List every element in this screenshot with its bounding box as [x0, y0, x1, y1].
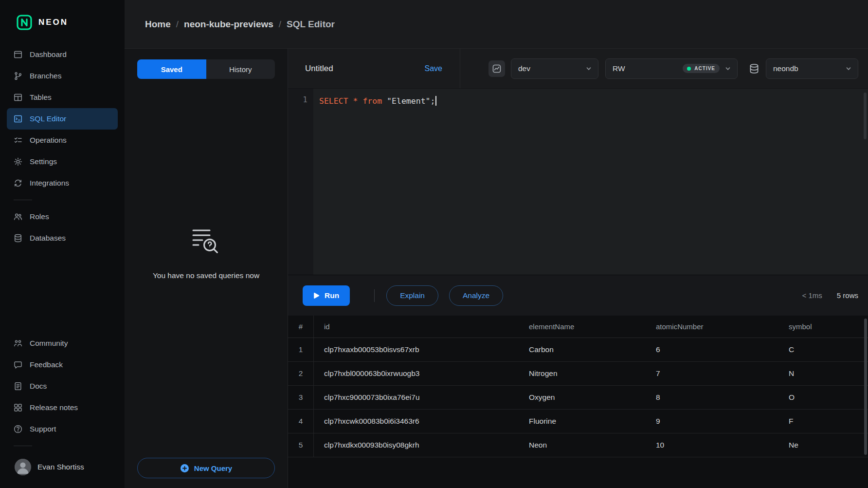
- breadcrumb-project[interactable]: neon-kube-previews: [184, 19, 273, 30]
- support-icon: [13, 424, 23, 434]
- query-title[interactable]: Untitled: [305, 64, 333, 74]
- queries-panel: Saved History You have no saved queries: [125, 49, 288, 488]
- editor-scrollbar[interactable]: [864, 93, 867, 139]
- user-menu[interactable]: Evan Shortiss: [0, 452, 125, 488]
- sidebar-item-tables[interactable]: Tables: [7, 87, 118, 108]
- sidebar-item-label: Tables: [30, 93, 52, 102]
- explain-button[interactable]: Explain: [386, 285, 438, 306]
- new-query-container: New Query: [125, 458, 288, 488]
- tab-saved[interactable]: Saved: [137, 59, 206, 79]
- compute-chart-icon: [488, 60, 505, 77]
- sidebar-item-sql-editor[interactable]: SQL Editor: [7, 108, 118, 130]
- analyze-button[interactable]: Analyze: [449, 285, 503, 306]
- breadcrumb-current-page: SQL Editor: [287, 19, 335, 30]
- compute-status-badge: ACTIVE: [683, 64, 720, 73]
- sidebar-item-label: Dashboard: [30, 50, 67, 59]
- results-table: # id elementName atomicNumber symbol 1 c…: [288, 316, 868, 488]
- tab-history[interactable]: History: [206, 59, 275, 79]
- sql-editor-main: Untitled Save dev: [288, 49, 868, 488]
- role-select[interactable]: RW ACTIVE: [605, 58, 738, 79]
- content: Saved History You have no saved queries: [125, 49, 868, 488]
- toolbar-divider: [374, 289, 375, 302]
- row-count: 5 rows: [837, 291, 858, 300]
- sidebar-item-roles[interactable]: Roles: [7, 206, 118, 227]
- new-query-button[interactable]: New Query: [137, 458, 275, 478]
- sidebar-item-operations[interactable]: Operations: [7, 130, 118, 151]
- avatar: [15, 459, 31, 475]
- chevron-down-icon: [585, 65, 592, 72]
- sidebar-item-settings[interactable]: Settings: [7, 151, 118, 172]
- sql-keyword: from: [362, 96, 382, 106]
- table-row: 2 clp7hxbl000063b0ixrwuogb3 Nitrogen 7 N: [288, 362, 868, 386]
- atomic-number-header: atomicNumber: [646, 316, 778, 338]
- table-row: 1 clp7hxaxb00053b0isvs67xrb Carbon 6 C: [288, 338, 868, 362]
- run-label: Run: [325, 291, 339, 300]
- atomic-number-cell: 7: [646, 362, 778, 385]
- saved-queries-empty-state: You have no saved queries now: [125, 79, 288, 458]
- results-scrollbar[interactable]: [864, 319, 867, 455]
- symbol-header: symbol: [778, 316, 868, 338]
- query-stats: < 1ms 5 rows: [802, 291, 858, 300]
- play-icon: [313, 292, 320, 299]
- sidebar-item-release-notes[interactable]: Release notes: [7, 397, 118, 418]
- table-row: 5 clp7hxdkx00093b0isy08gkrh Neon 10 Ne: [288, 433, 868, 457]
- results-header-row: # id elementName atomicNumber symbol: [288, 316, 868, 338]
- element-name-cell: Neon: [519, 433, 646, 457]
- element-name-cell: Fluorine: [519, 410, 646, 433]
- branches-icon: [13, 71, 23, 81]
- sidebar-item-feedback[interactable]: Feedback: [7, 354, 118, 375]
- row-number-cell: 1: [288, 338, 314, 361]
- save-query-link[interactable]: Save: [425, 64, 442, 73]
- row-number-cell: 5: [288, 433, 314, 457]
- plus-circle-icon: [180, 464, 189, 473]
- feedback-icon: [13, 360, 23, 370]
- roles-icon: [13, 212, 23, 222]
- sidebar-item-label: Docs: [30, 382, 47, 391]
- sidebar-item-support[interactable]: Support: [7, 418, 118, 440]
- element-name-header: elementName: [519, 316, 646, 338]
- sidebar-item-branches[interactable]: Branches: [7, 65, 118, 87]
- atomic-number-cell: 9: [646, 410, 778, 433]
- database-icon: [748, 63, 760, 75]
- symbol-cell: C: [778, 338, 868, 361]
- database-select[interactable]: neondb: [766, 58, 858, 79]
- query-toolbar: Run Explain Analyze < 1ms 5 rows: [288, 275, 868, 316]
- symbol-cell: F: [778, 410, 868, 433]
- settings-gear-icon: [13, 157, 23, 167]
- table-row: 4 clp7hxcwk00083b0i6i3463r6 Fluorine 9 F: [288, 410, 868, 433]
- sidebar-item-community[interactable]: Community: [7, 333, 118, 354]
- id-cell: clp7hxaxb00053b0isvs67xrb: [314, 338, 519, 361]
- sidebar-item-databases[interactable]: Databases: [7, 227, 118, 249]
- sidebar-item-dashboard[interactable]: Dashboard: [7, 44, 118, 65]
- symbol-cell: Ne: [778, 433, 868, 457]
- app-root: NEON Dashboard Branches Tables: [0, 0, 868, 488]
- branch-select[interactable]: dev: [511, 58, 598, 79]
- breadcrumb-home[interactable]: Home: [145, 19, 171, 30]
- symbol-cell: N: [778, 362, 868, 385]
- line-number: 1: [303, 95, 307, 104]
- empty-queries-message: You have no saved queries now: [153, 271, 259, 280]
- table-row: 3 clp7hxc9000073b0ixa76ei7u Oxygen 8 O: [288, 386, 868, 410]
- sql-identifier: "Element";: [387, 96, 435, 106]
- sidebar-item-integrations[interactable]: Integrations: [7, 172, 118, 194]
- row-number-cell: 2: [288, 362, 314, 385]
- sidebar-item-label: SQL Editor: [30, 114, 66, 123]
- id-cell: clp7hxdkx00093b0isy08gkrh: [314, 433, 519, 457]
- sidebar-item-label: Operations: [30, 136, 67, 145]
- sidebar-item-label: Support: [30, 425, 56, 433]
- line-number-gutter: 1: [288, 89, 313, 275]
- atomic-number-cell: 8: [646, 386, 778, 409]
- run-button[interactable]: Run: [303, 285, 350, 306]
- sidebar-nav-main: Dashboard Branches Tables SQL Editor: [0, 42, 125, 249]
- query-title-group: Untitled Save: [288, 49, 460, 88]
- neon-logo[interactable]: NEON: [0, 0, 125, 42]
- row-number-header: #: [288, 316, 314, 338]
- id-cell: clp7hxbl000063b0ixrwuogb3: [314, 362, 519, 385]
- dashboard-icon: [13, 50, 23, 59]
- sql-input[interactable]: SELECT * from "Element";: [313, 89, 868, 275]
- sql-keyword: SELECT: [319, 96, 348, 106]
- sidebar-item-label: Feedback: [30, 360, 63, 369]
- sidebar-item-docs[interactable]: Docs: [7, 375, 118, 397]
- role-select-value: RW: [613, 64, 625, 73]
- text-cursor: [435, 96, 436, 106]
